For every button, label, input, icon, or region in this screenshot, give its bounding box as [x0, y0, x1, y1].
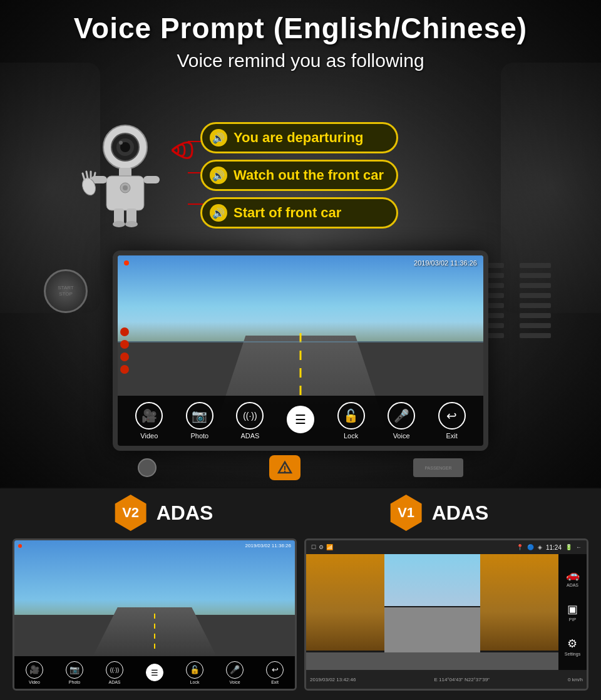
menu-item-adas[interactable]: ((·)) ADAS [236, 402, 264, 440]
v2-hexagon: V2 [113, 495, 149, 531]
lock-label: Lock [344, 432, 358, 440]
v1-header-right: 📍 🔵 ◈ 11:24 🔋 ← [516, 544, 582, 551]
phys-btn-left[interactable] [138, 458, 157, 477]
v2-menu-voice[interactable]: 🎤 Voice [226, 661, 244, 684]
exit-icon: ↩ [438, 402, 466, 430]
v1-label: ADAS [432, 502, 489, 525]
svg-line-13 [86, 172, 88, 178]
svg-point-8 [123, 185, 128, 190]
v1-ground [306, 652, 558, 670]
v1-window-icon: ☐ [311, 544, 316, 550]
v1-mini-screen: ☐ ⚙ 📶 📍 🔵 ◈ 11:24 🔋 ← [304, 538, 588, 691]
speaker-icon-2: 🔊 [210, 167, 227, 184]
bottom-section: V2 ADAS V1 ADAS 2019/03/02 11:36:26 [0, 487, 601, 700]
adas-label: ADAS [240, 432, 259, 440]
v2-id: V2 [122, 505, 139, 521]
v2-menu-exit[interactable]: ↩ Exit [266, 661, 284, 684]
version-row: V2 ADAS V1 ADAS [0, 487, 601, 538]
menu-item-video[interactable]: 🎥 Video [135, 402, 163, 440]
side-btn-1[interactable] [120, 327, 129, 336]
photo-label: Photo [190, 432, 208, 440]
v2-menu-adas[interactable]: ((·)) ADAS [106, 661, 123, 684]
v2-menu-list[interactable]: ☰ [146, 664, 163, 681]
v2-datetime: 2019/03/02 11:36:26 [245, 543, 291, 548]
recording-indicator [124, 260, 129, 265]
v2-bottom-menu: 🎥 Video 📷 Photo ((·)) ADAS ☰ [14, 656, 295, 689]
list-icon: ☰ [287, 406, 314, 433]
svg-line-12 [83, 173, 85, 180]
voice-badge-2: 🔊 Watch out the front car [200, 160, 398, 191]
v2-label: ADAS [157, 502, 213, 525]
menu-item-voice[interactable]: 🎤 Voice [388, 402, 415, 440]
ignition-area: STARTSTOP [44, 269, 94, 319]
main-container: STARTSTOP Voice Prompt (English/Chinese)… [0, 0, 601, 700]
mini-screens-container: 2019/03/02 11:36:26 🎥 Video [0, 538, 601, 700]
video-icon: 🎥 [135, 402, 163, 430]
v2-mini-screen: 2019/03/02 11:36:26 🎥 Video [13, 538, 297, 691]
voice-label: Voice [393, 432, 410, 440]
menu-item-lock[interactable]: 🔓 Lock [337, 402, 365, 440]
screen-content: 2019/03/02 11:36:26 🎥 Video 📷 Photo [118, 255, 483, 446]
v1-trees-left [306, 554, 384, 651]
v1-adas-side[interactable]: 🚗 ADAS [566, 568, 580, 587]
version-badge-v1: V1 ADAS [388, 495, 489, 531]
physical-buttons: PASSENGER [113, 452, 488, 483]
voice-badge-1: 🔊 You are departuring [200, 122, 398, 153]
v1-signal-icon: 📶 [326, 544, 333, 550]
v1-location-icon: 📍 [516, 544, 523, 550]
road-center-line [300, 333, 302, 396]
svg-line-15 [94, 173, 95, 179]
svg-point-4 [119, 141, 123, 145]
v2-photo-icon: 📷 [66, 661, 83, 679]
menu-item-exit[interactable]: ↩ Exit [438, 402, 466, 440]
page-title: Voice Prompt (English/Chinese) [0, 11, 601, 45]
v1-time: 11:24 [546, 544, 562, 551]
v2-lock-icon: 🔓 [186, 661, 203, 679]
v1-trees-right [480, 554, 558, 651]
vent-right [520, 263, 551, 338]
menu-item-photo[interactable]: 📷 Photo [186, 402, 213, 440]
v1-footer-datetime: 2019/03/02 13:42:46 [310, 677, 356, 682]
v1-footer: 2019/03/02 13:42:46 E 114°04'43" N22°37'… [306, 670, 587, 689]
v1-wifi-icon: ◈ [538, 544, 542, 550]
v1-settings-gear-icon: ⚙ [567, 637, 577, 651]
v2-menu-lock[interactable]: 🔓 Lock [186, 661, 203, 684]
v2-menu-video[interactable]: 🎥 Video [26, 661, 43, 684]
v1-footer-speed: 0 km/h [568, 677, 583, 682]
v2-video-icon: 🎥 [26, 661, 43, 679]
v1-status-icons: ☐ ⚙ 📶 [311, 544, 333, 550]
v2-voice-icon: 🎤 [226, 661, 244, 679]
v1-header: ☐ ⚙ 📶 📍 🔵 ◈ 11:24 🔋 ← [306, 540, 587, 554]
v1-footer-coords: E 114°04'43" N22°37'39" [434, 677, 490, 682]
v1-screen-content: ☐ ⚙ 📶 📍 🔵 ◈ 11:24 🔋 ← [306, 540, 587, 689]
voice-prompts-container: 🔊 You are departuring 🔊 Watch out the fr… [200, 122, 398, 229]
side-btn-4[interactable] [120, 365, 129, 374]
v1-adas-icon: 🚗 [566, 568, 580, 582]
v2-center-line [154, 614, 155, 651]
photo-icon: 📷 [186, 402, 213, 430]
side-btn-3[interactable] [120, 353, 129, 361]
sound-waves [147, 125, 197, 178]
adas-icon: ((·)) [236, 402, 264, 430]
v1-bt-icon: 🔵 [527, 544, 534, 550]
dash-right [501, 63, 601, 313]
menu-item-list[interactable]: ☰ [287, 406, 314, 436]
v1-settings-side[interactable]: ⚙ Settings [565, 637, 580, 656]
video-label: Video [140, 432, 158, 440]
side-buttons [118, 325, 131, 376]
v1-hexagon: V1 [388, 495, 424, 531]
v1-back-icon: ← [576, 544, 582, 550]
v2-exit-icon: ↩ [266, 661, 284, 679]
v1-pip-side[interactable]: ▣ PIP [567, 602, 578, 622]
v2-list-icon: ☰ [146, 664, 163, 681]
v1-id: V1 [398, 505, 414, 521]
v1-right-panel: 🚗 ADAS ▣ PIP ⚙ Settings [558, 554, 587, 670]
phys-btn-passenger[interactable]: PASSENGER [413, 458, 463, 477]
v2-menu-photo[interactable]: 📷 Photo [66, 661, 83, 684]
side-btn-2[interactable] [120, 340, 129, 349]
lock-icon: 🔓 [337, 402, 365, 430]
head-unit: 2019/03/02 11:36:26 🎥 Video 📷 Photo [113, 250, 488, 451]
speaker-icon-1: 🔊 [210, 129, 227, 147]
phys-btn-hazard[interactable] [269, 455, 300, 480]
voice-text-2: Watch out the front car [234, 167, 384, 183]
